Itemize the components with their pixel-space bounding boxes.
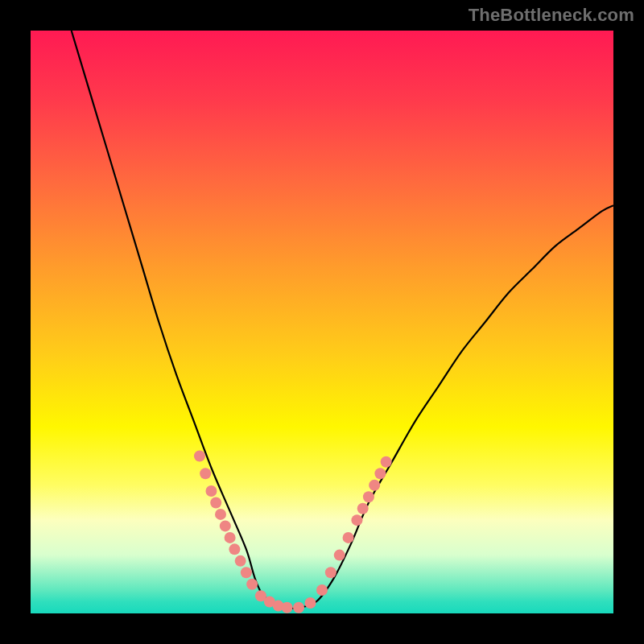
marker-dot	[235, 555, 246, 567]
marker-dot	[334, 550, 345, 561]
marker-dot	[200, 468, 211, 479]
marker-dot	[225, 532, 236, 543]
marker-dot	[293, 602, 304, 613]
marker-dot	[305, 597, 316, 609]
marker-dot	[246, 579, 258, 590]
watermark-text: TheBottleneck.com	[469, 5, 634, 26]
marker-dot	[343, 532, 354, 543]
marker-dot	[194, 451, 205, 462]
marker-dot	[357, 503, 369, 514]
marker-dots	[194, 451, 392, 613]
marker-dot	[351, 514, 362, 526]
marker-dot	[363, 491, 374, 502]
marker-dot	[229, 543, 240, 555]
curve-line	[72, 31, 613, 609]
marker-dot	[381, 456, 392, 468]
marker-dot	[374, 468, 386, 479]
chart-frame: TheBottleneck.com	[0, 0, 644, 644]
curve-path	[72, 31, 613, 609]
marker-dot	[215, 509, 226, 520]
marker-dot	[241, 567, 252, 578]
marker-dot	[282, 602, 293, 613]
marker-dot	[369, 480, 380, 491]
plot-area	[31, 31, 613, 613]
marker-dot	[316, 584, 328, 596]
marker-dot	[210, 497, 221, 508]
marker-dot	[205, 485, 217, 497]
marker-dot	[220, 520, 231, 531]
plot-svg	[31, 31, 613, 613]
marker-dot	[325, 567, 336, 578]
